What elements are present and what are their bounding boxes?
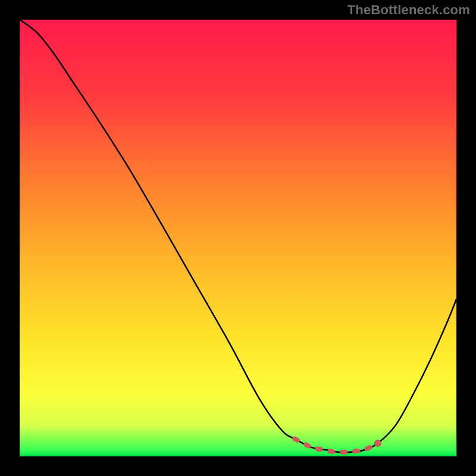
plot-area <box>20 20 456 456</box>
bottleneck-curve <box>20 20 456 452</box>
optimal-marker-end <box>374 440 381 447</box>
optimal-marker <box>295 439 377 452</box>
watermark-text: TheBottleneck.com <box>347 2 470 18</box>
curve-layer <box>20 20 456 456</box>
chart-stage: TheBottleneck.com <box>0 0 476 476</box>
